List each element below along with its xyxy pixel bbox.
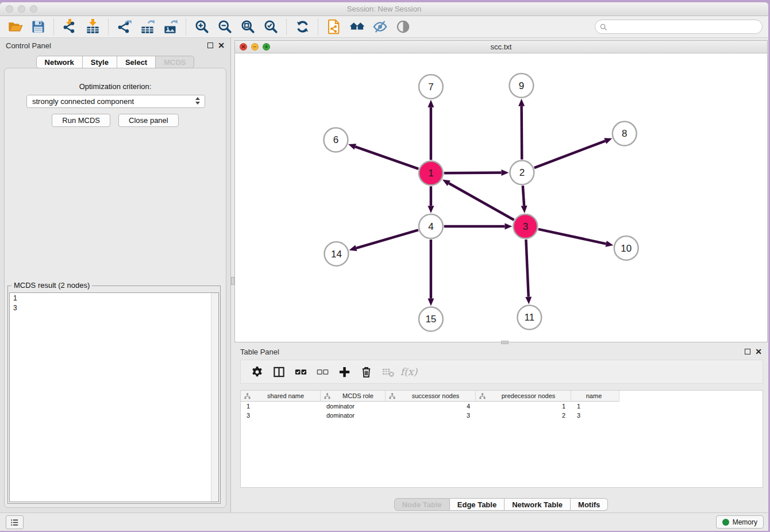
graph-edge-3-1[interactable]: [449, 183, 514, 220]
application-window: Session: New Session Control Panel ✕ Net…: [0, 2, 768, 531]
close-panel-button[interactable]: Close panel: [118, 114, 179, 127]
search-input[interactable]: [610, 21, 757, 33]
graph-node-label-4: 4: [428, 221, 433, 232]
tab-select[interactable]: Select: [117, 56, 156, 68]
graph-edge-3-11[interactable]: [526, 240, 528, 297]
add-row-icon: [338, 365, 351, 379]
graph-node-label-9: 9: [519, 80, 524, 91]
split-panel-button[interactable]: [271, 364, 286, 379]
column-header-successor-nodes[interactable]: successor nodes: [386, 391, 476, 402]
graph-edge-1-6[interactable]: [355, 147, 418, 168]
result-scrollbar[interactable]: [211, 293, 218, 502]
graph-node-label-1: 1: [428, 168, 433, 179]
add-row-button[interactable]: [337, 364, 352, 379]
graph-arrowhead-1-6: [348, 144, 356, 149]
table-cell[interactable]: 3: [571, 411, 619, 420]
select-all-button[interactable]: [293, 364, 308, 379]
float-panel-icon[interactable]: [207, 43, 213, 48]
graph-edge-1-2[interactable]: [444, 173, 502, 174]
zoom-selected-button[interactable]: [259, 18, 282, 36]
criterion-select[interactable]: strongly connected component: [26, 95, 205, 108]
graph-edge-2-8[interactable]: [534, 141, 605, 168]
task-history-button[interactable]: [6, 515, 24, 529]
search-box[interactable]: [595, 20, 763, 34]
run-mcds-button[interactable]: Run MCDS: [52, 114, 110, 127]
tab-style[interactable]: Style: [83, 56, 117, 68]
save-session-button[interactable]: [26, 18, 49, 36]
network-window-title: scc.txt: [235, 43, 767, 51]
tab-network-table[interactable]: Network Table: [505, 498, 571, 511]
table-toolbar: f(x): [240, 360, 763, 384]
graph-node-label-3: 3: [523, 221, 528, 232]
table-cell[interactable]: 2: [476, 411, 571, 420]
memory-button[interactable]: Memory: [716, 515, 764, 529]
hierarchy-icon: [476, 393, 488, 399]
memory-label: Memory: [733, 518, 757, 526]
show-panel-button[interactable]: [391, 18, 414, 36]
column-header-MCDS-role[interactable]: MCDS role: [321, 391, 386, 402]
toolbar-separator: [186, 19, 186, 35]
table-cell[interactable]: dominator: [321, 411, 386, 420]
apply-layout-button[interactable]: [291, 18, 314, 36]
export-table-button[interactable]: [136, 18, 159, 36]
graph-arrowhead-3-10: [606, 241, 614, 247]
toolbar-separator: [318, 19, 318, 35]
import-table-button[interactable]: [81, 18, 104, 36]
zoom-out-icon: [217, 19, 233, 34]
column-label: predecessor nodes: [488, 392, 571, 399]
open-session-button[interactable]: [3, 18, 26, 36]
hierarchy-icon: [321, 393, 333, 399]
table-cell[interactable]: 1: [476, 402, 571, 411]
column-header-name[interactable]: name: [571, 391, 619, 402]
deselect-all-button[interactable]: [315, 364, 330, 379]
settings-button[interactable]: [249, 364, 264, 379]
panel-splitter[interactable]: [230, 38, 234, 512]
deselect-all-icon: [316, 365, 329, 379]
settings-icon: [251, 365, 264, 379]
zoom-fit-button[interactable]: [236, 18, 259, 36]
import-network-button[interactable]: [58, 18, 81, 36]
graph-edge-4-14[interactable]: [356, 230, 418, 248]
show-panel-icon: [395, 19, 411, 34]
tab-motifs[interactable]: Motifs: [571, 498, 608, 511]
tab-node-table[interactable]: Node Table: [394, 498, 450, 511]
column-header-predecessor-nodes[interactable]: predecessor nodes: [476, 391, 571, 402]
zoom-out-button[interactable]: [213, 18, 236, 36]
tab-network[interactable]: Network: [36, 56, 83, 68]
control-panel: Control Panel ✕ NetworkStyleSelectMCDS O…: [0, 38, 230, 512]
tab-edge-table[interactable]: Edge Table: [450, 498, 505, 511]
tab-mcds[interactable]: MCDS: [156, 56, 194, 68]
table-cell[interactable]: dominator: [321, 402, 386, 411]
network-canvas[interactable]: 7968124314101511: [235, 53, 767, 342]
table-cell[interactable]: 4: [386, 402, 476, 411]
delete-row-button[interactable]: [359, 364, 374, 379]
optimization-criterion-label: Optimization criterion:: [5, 82, 226, 91]
close-panel-icon[interactable]: ✕: [218, 41, 225, 50]
zoom-in-button[interactable]: [190, 18, 213, 36]
result-line: 1: [13, 294, 218, 303]
table-close-panel-icon[interactable]: ✕: [755, 347, 762, 356]
graph-edge-2-3[interactable]: [523, 186, 524, 206]
hide-panel-button[interactable]: [368, 18, 391, 36]
control-panel-tabs: NetworkStyleSelectMCDS: [0, 56, 230, 68]
export-network-button[interactable]: [113, 18, 136, 36]
graph-edge-2-9[interactable]: [522, 106, 522, 160]
home-button[interactable]: [345, 18, 368, 36]
table-cell[interactable]: 1: [241, 402, 321, 411]
graph-edge-3-10[interactable]: [538, 229, 606, 244]
table-row[interactable]: 1dominator411: [241, 402, 619, 411]
table-cell[interactable]: 1: [571, 402, 619, 411]
window-title: Session: New Session: [0, 5, 768, 13]
graph-arrowhead-2-8: [604, 138, 612, 144]
column-header-shared-name[interactable]: shared name: [241, 391, 321, 402]
control-panel-title: Control Panel: [6, 41, 51, 50]
table-float-panel-icon[interactable]: [745, 349, 750, 354]
table-row[interactable]: 3dominator323: [241, 411, 619, 420]
mcds-result-text[interactable]: 13: [9, 292, 219, 502]
table-cell[interactable]: 3: [241, 411, 321, 420]
graph-node-label-10: 10: [621, 243, 632, 254]
table-cell[interactable]: 3: [386, 411, 476, 420]
export-table-icon: [140, 19, 155, 34]
new-network-file-button[interactable]: [322, 18, 345, 36]
export-image-button[interactable]: [159, 18, 182, 36]
